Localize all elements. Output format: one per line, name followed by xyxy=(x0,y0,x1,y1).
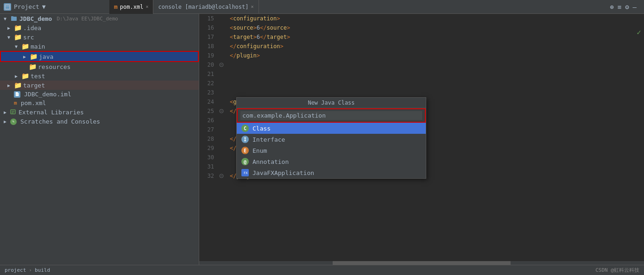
xml-file-icon: m xyxy=(14,100,17,106)
arrow-java xyxy=(23,54,28,59)
code-line-22 xyxy=(230,79,644,88)
resources-label: resources xyxy=(38,63,70,70)
sidebar-tree: JDBC_demo D:\Java EE\JDBC_demo 📁 .idea 📁… xyxy=(0,14,199,265)
action-add[interactable]: ⊕ xyxy=(610,3,613,11)
popup-item-class-label: Class xyxy=(253,125,271,132)
enum-icon: E xyxy=(241,147,249,154)
tab-close-pom[interactable]: × xyxy=(145,4,148,9)
title-bar-dropdown-arrow[interactable]: ▼ xyxy=(42,3,46,10)
arrow-jdbc-demo xyxy=(4,16,8,21)
code-line-16: <source>6</source> xyxy=(230,23,644,32)
svg-text:FX: FX xyxy=(244,171,248,175)
tree-item-external-libs[interactable]: External Libraries xyxy=(0,107,199,117)
jdbc-demo-path: D:\Java EE\JDBC_demo xyxy=(57,16,118,22)
tree-item-target[interactable]: 📁 target xyxy=(0,81,199,90)
editor-tabs: m pom.xml × console [mariadb@localhost] … xyxy=(106,0,610,14)
tree-item-java[interactable]: 📁 java xyxy=(0,51,199,62)
breadcrumb-separator: › xyxy=(29,267,32,273)
popup-item-interface[interactable]: I Interface xyxy=(237,134,426,145)
tree-item-main[interactable]: 📁 main xyxy=(0,42,199,51)
scratches-icon: ✎ xyxy=(10,119,17,125)
popup-list: C Class I Interface E Enum xyxy=(237,123,426,178)
tree-item-iml[interactable]: 📄 JDBC_demo.iml xyxy=(0,90,199,99)
tree-item-jdbc-demo[interactable]: JDBC_demo D:\Java EE\JDBC_demo xyxy=(0,14,199,23)
arrow-src xyxy=(7,35,12,40)
tree-item-src[interactable]: 📁 src xyxy=(0,32,199,42)
annotation-icon: @ xyxy=(241,158,249,165)
class-icon: C xyxy=(241,125,249,132)
popup-class-name-input[interactable] xyxy=(240,111,422,120)
main-label: main xyxy=(31,43,45,50)
arrow-main xyxy=(15,44,19,49)
popup-item-javafx[interactable]: FX JavaFXApplication xyxy=(237,167,426,178)
status-breadcrumb: project › build xyxy=(5,267,50,273)
tab-label-console: console [mariadb@localhost] xyxy=(158,4,248,10)
code-line-18: </configuration> xyxy=(230,42,644,51)
arrow-target xyxy=(7,83,12,88)
src-folder-icon: 📁 xyxy=(14,33,21,41)
breadcrumb-build: build xyxy=(35,267,50,273)
iml-label: JDBC_demo.iml xyxy=(24,91,71,98)
iml-file-icon: 📄 xyxy=(14,91,20,98)
title-bar-left: Project ▼ xyxy=(4,3,106,11)
action-minimize[interactable]: — xyxy=(633,3,637,11)
svg-rect-3 xyxy=(11,16,13,18)
tree-item-resources[interactable]: 📁 resources xyxy=(0,62,199,71)
code-line-21 xyxy=(230,69,644,79)
editor-horizontal-scrollbar[interactable] xyxy=(199,261,644,265)
popup-item-annotation[interactable]: @ Annotation xyxy=(237,156,426,167)
tree-item-pom[interactable]: m pom.xml xyxy=(0,99,199,107)
title-bar-actions: ⊕ ≡ ⚙ — xyxy=(610,3,637,11)
project-icon xyxy=(4,3,11,11)
status-bar: project › build CSDN @虹科云科技 xyxy=(0,265,644,275)
tab-label-pom: pom.xml xyxy=(120,4,144,10)
target-folder-icon: 📁 xyxy=(14,81,21,89)
popup-item-enum[interactable]: E Enum xyxy=(237,145,426,156)
arrow-scratches xyxy=(4,119,8,124)
test-label: test xyxy=(31,73,45,80)
interface-icon: I xyxy=(241,136,249,143)
target-label: target xyxy=(23,82,45,89)
code-line-15: <configuration> xyxy=(230,14,644,23)
pom-label: pom.xml xyxy=(21,100,46,106)
tab-console[interactable]: console [mariadb@localhost] × xyxy=(153,0,259,14)
popup-item-enum-label: Enum xyxy=(253,147,267,154)
watermark-text: CSDN @虹科云科技 xyxy=(595,267,639,274)
tree-item-test[interactable]: 📁 test xyxy=(0,71,199,81)
main-layout: JDBC_demo D:\Java EE\JDBC_demo 📁 .idea 📁… xyxy=(0,14,644,265)
editor-area: ✓ 15 16 17 18 19 20 21 22 23 24 25 26 27… xyxy=(199,14,644,265)
popup-input-row xyxy=(237,108,426,123)
popup-item-annotation-label: Annotation xyxy=(253,158,289,165)
main-folder-icon: 📁 xyxy=(21,43,29,50)
sidebar: JDBC_demo D:\Java EE\JDBC_demo 📁 .idea 📁… xyxy=(0,14,199,265)
code-line-19: </plugin> xyxy=(230,51,644,60)
javafx-icon: FX xyxy=(241,169,249,176)
code-line-23 xyxy=(230,88,644,97)
status-watermark: CSDN @虹科云科技 xyxy=(595,267,639,274)
popup-item-class[interactable]: C Class xyxy=(237,123,426,134)
external-libs-label: External Libraries xyxy=(19,109,84,116)
fold-gutter xyxy=(218,14,225,261)
title-bar: Project ▼ m pom.xml × console [mariadb@l… xyxy=(0,0,644,14)
tab-pom-xml[interactable]: m pom.xml × xyxy=(109,0,153,14)
tab-close-console[interactable]: × xyxy=(251,4,254,9)
editor-content: 15 16 17 18 19 20 21 22 23 24 25 26 27 2… xyxy=(199,14,644,261)
breadcrumb-project: project xyxy=(5,267,26,273)
popup-wrapper: New Java Class C Class I Interfac xyxy=(236,97,426,179)
arrow-idea xyxy=(7,25,12,31)
src-label: src xyxy=(23,34,34,41)
tree-item-idea[interactable]: 📁 .idea xyxy=(0,23,199,32)
action-gear[interactable]: ⚙ xyxy=(625,3,629,11)
external-libs-icon xyxy=(10,108,17,116)
line-numbers: 15 16 17 18 19 20 21 22 23 24 25 26 27 2… xyxy=(199,14,218,261)
action-settings[interactable]: ≡ xyxy=(618,3,621,11)
project-folder-icon xyxy=(10,15,18,22)
java-folder-icon: 📁 xyxy=(30,53,37,60)
tab-icon-m: m xyxy=(114,3,118,10)
scratches-label: Scratches and Consoles xyxy=(20,118,100,125)
resources-folder-icon: 📁 xyxy=(29,63,36,70)
tree-item-scratches[interactable]: ✎ Scratches and Consoles xyxy=(0,117,199,126)
arrow-external-libs xyxy=(4,110,8,115)
scrollbar-thumb[interactable] xyxy=(333,261,511,265)
popup-title: New Java Class xyxy=(237,98,426,108)
